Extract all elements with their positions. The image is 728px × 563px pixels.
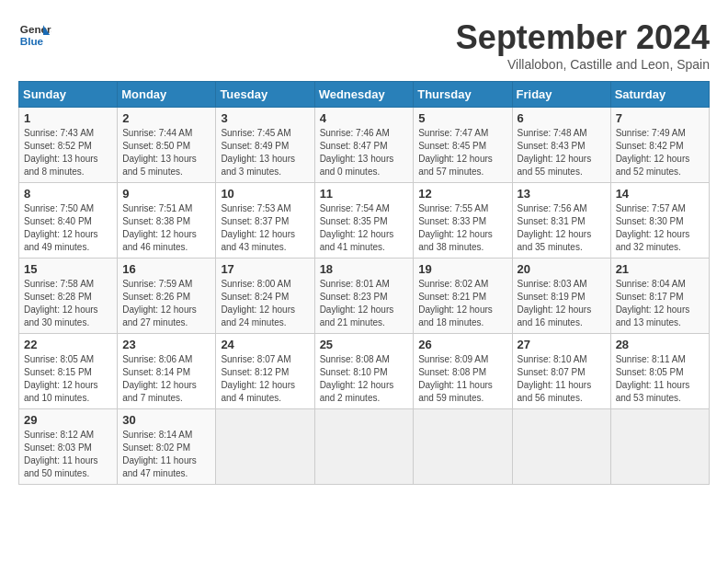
- day-of-week-row: SundayMondayTuesdayWednesdayThursdayFrid…: [19, 82, 710, 108]
- title-area: September 2024 Villalobon, Castille and …: [456, 18, 710, 72]
- logo-icon: General Blue: [18, 18, 51, 52]
- calendar-body: 1Sunrise: 7:43 AMSunset: 8:52 PMDaylight…: [19, 108, 710, 485]
- day-info: Sunrise: 7:51 AMSunset: 8:38 PMDaylight:…: [122, 202, 210, 254]
- calendar-cell: 8Sunrise: 7:50 AMSunset: 8:40 PMDaylight…: [19, 183, 118, 259]
- header: General Blue September 2024 Villalobon, …: [18, 18, 710, 72]
- calendar-cell: 30Sunrise: 8:14 AMSunset: 8:02 PMDayligh…: [118, 409, 216, 485]
- calendar-cell: 13Sunrise: 7:56 AMSunset: 8:31 PMDayligh…: [512, 183, 610, 259]
- calendar: SundayMondayTuesdayWednesdayThursdayFrid…: [18, 81, 710, 485]
- calendar-cell: 10Sunrise: 7:53 AMSunset: 8:37 PMDayligh…: [216, 183, 314, 259]
- day-number: 22: [24, 338, 112, 351]
- day-of-week-tuesday: Tuesday: [216, 82, 314, 108]
- day-of-week-monday: Monday: [118, 82, 216, 108]
- svg-text:Blue: Blue: [20, 35, 44, 47]
- day-number: 4: [320, 111, 409, 125]
- day-number: 3: [221, 111, 309, 125]
- day-info: Sunrise: 7:45 AMSunset: 8:49 PMDaylight:…: [221, 127, 309, 178]
- day-number: 14: [616, 187, 704, 201]
- day-number: 30: [122, 413, 210, 427]
- calendar-week-1: 1Sunrise: 7:43 AMSunset: 8:52 PMDaylight…: [19, 108, 710, 183]
- day-number: 2: [122, 111, 210, 125]
- calendar-cell: 18Sunrise: 8:01 AMSunset: 8:23 PMDayligh…: [314, 259, 414, 334]
- day-info: Sunrise: 7:50 AMSunset: 8:40 PMDaylight:…: [24, 202, 112, 254]
- calendar-header: SundayMondayTuesdayWednesdayThursdayFrid…: [19, 82, 710, 108]
- day-number: 1: [24, 111, 112, 125]
- day-info: Sunrise: 8:08 AMSunset: 8:10 PMDaylight:…: [320, 353, 409, 405]
- calendar-cell: 19Sunrise: 8:02 AMSunset: 8:21 PMDayligh…: [414, 259, 512, 334]
- calendar-cell: 7Sunrise: 7:49 AMSunset: 8:42 PMDaylight…: [610, 108, 709, 183]
- day-info: Sunrise: 7:57 AMSunset: 8:30 PMDaylight:…: [616, 202, 704, 254]
- day-info: Sunrise: 8:00 AMSunset: 8:24 PMDaylight:…: [221, 278, 309, 329]
- calendar-week-3: 15Sunrise: 7:58 AMSunset: 8:28 PMDayligh…: [19, 259, 710, 334]
- day-number: 10: [221, 187, 309, 201]
- day-info: Sunrise: 8:06 AMSunset: 8:14 PMDaylight:…: [122, 353, 210, 405]
- day-info: Sunrise: 8:07 AMSunset: 8:12 PMDaylight:…: [221, 353, 309, 405]
- day-number: 26: [418, 338, 506, 351]
- calendar-cell: [414, 409, 512, 485]
- day-of-week-thursday: Thursday: [414, 82, 512, 108]
- calendar-cell: 24Sunrise: 8:07 AMSunset: 8:12 PMDayligh…: [216, 334, 314, 409]
- day-number: 8: [24, 187, 112, 201]
- logo: General Blue: [18, 18, 51, 52]
- day-number: 6: [518, 111, 606, 125]
- calendar-cell: 20Sunrise: 8:03 AMSunset: 8:19 PMDayligh…: [512, 259, 610, 334]
- day-number: 18: [320, 262, 409, 276]
- day-number: 29: [24, 413, 112, 427]
- calendar-cell: 11Sunrise: 7:54 AMSunset: 8:35 PMDayligh…: [314, 183, 414, 259]
- day-info: Sunrise: 8:12 AMSunset: 8:03 PMDaylight:…: [24, 429, 112, 480]
- day-info: Sunrise: 7:44 AMSunset: 8:50 PMDaylight:…: [122, 127, 210, 178]
- day-number: 23: [122, 338, 210, 351]
- day-info: Sunrise: 8:14 AMSunset: 8:02 PMDaylight:…: [122, 429, 210, 480]
- day-info: Sunrise: 8:04 AMSunset: 8:17 PMDaylight:…: [616, 278, 704, 329]
- day-info: Sunrise: 8:10 AMSunset: 8:07 PMDaylight:…: [518, 353, 606, 405]
- calendar-week-5: 29Sunrise: 8:12 AMSunset: 8:03 PMDayligh…: [19, 409, 710, 485]
- day-info: Sunrise: 8:01 AMSunset: 8:23 PMDaylight:…: [320, 278, 409, 329]
- calendar-cell: [512, 409, 610, 485]
- calendar-cell: 17Sunrise: 8:00 AMSunset: 8:24 PMDayligh…: [216, 259, 314, 334]
- calendar-cell: 6Sunrise: 7:48 AMSunset: 8:43 PMDaylight…: [512, 108, 610, 183]
- calendar-cell: 23Sunrise: 8:06 AMSunset: 8:14 PMDayligh…: [118, 334, 216, 409]
- day-number: 28: [616, 338, 704, 351]
- day-info: Sunrise: 7:46 AMSunset: 8:47 PMDaylight:…: [320, 127, 409, 178]
- day-info: Sunrise: 7:55 AMSunset: 8:33 PMDaylight:…: [418, 202, 506, 254]
- calendar-cell: 3Sunrise: 7:45 AMSunset: 8:49 PMDaylight…: [216, 108, 314, 183]
- day-number: 11: [320, 187, 409, 201]
- calendar-week-4: 22Sunrise: 8:05 AMSunset: 8:15 PMDayligh…: [19, 334, 710, 409]
- calendar-cell: 5Sunrise: 7:47 AMSunset: 8:45 PMDaylight…: [414, 108, 512, 183]
- calendar-cell: 14Sunrise: 7:57 AMSunset: 8:30 PMDayligh…: [610, 183, 709, 259]
- calendar-cell: 21Sunrise: 8:04 AMSunset: 8:17 PMDayligh…: [610, 259, 709, 334]
- location: Villalobon, Castille and Leon, Spain: [456, 57, 710, 72]
- calendar-cell: 1Sunrise: 7:43 AMSunset: 8:52 PMDaylight…: [19, 108, 118, 183]
- month-title: September 2024: [456, 18, 710, 57]
- day-of-week-saturday: Saturday: [610, 82, 709, 108]
- day-info: Sunrise: 7:43 AMSunset: 8:52 PMDaylight:…: [24, 127, 112, 178]
- calendar-cell: 12Sunrise: 7:55 AMSunset: 8:33 PMDayligh…: [414, 183, 512, 259]
- day-of-week-friday: Friday: [512, 82, 610, 108]
- day-number: 13: [518, 187, 606, 201]
- calendar-cell: 26Sunrise: 8:09 AMSunset: 8:08 PMDayligh…: [414, 334, 512, 409]
- day-number: 5: [418, 111, 506, 125]
- calendar-cell: 28Sunrise: 8:11 AMSunset: 8:05 PMDayligh…: [610, 334, 709, 409]
- day-info: Sunrise: 7:54 AMSunset: 8:35 PMDaylight:…: [320, 202, 409, 254]
- day-number: 27: [518, 338, 606, 351]
- calendar-cell: 16Sunrise: 7:59 AMSunset: 8:26 PMDayligh…: [118, 259, 216, 334]
- calendar-cell: 2Sunrise: 7:44 AMSunset: 8:50 PMDaylight…: [118, 108, 216, 183]
- day-info: Sunrise: 7:58 AMSunset: 8:28 PMDaylight:…: [24, 278, 112, 329]
- day-info: Sunrise: 8:05 AMSunset: 8:15 PMDaylight:…: [24, 353, 112, 405]
- day-number: 19: [418, 262, 506, 276]
- day-info: Sunrise: 8:11 AMSunset: 8:05 PMDaylight:…: [616, 353, 704, 405]
- calendar-cell: 25Sunrise: 8:08 AMSunset: 8:10 PMDayligh…: [314, 334, 414, 409]
- day-number: 9: [122, 187, 210, 201]
- calendar-cell: [610, 409, 709, 485]
- day-info: Sunrise: 7:47 AMSunset: 8:45 PMDaylight:…: [418, 127, 506, 178]
- day-info: Sunrise: 7:59 AMSunset: 8:26 PMDaylight:…: [122, 278, 210, 329]
- day-info: Sunrise: 7:49 AMSunset: 8:42 PMDaylight:…: [616, 127, 704, 178]
- day-number: 25: [320, 338, 409, 351]
- calendar-cell: 4Sunrise: 7:46 AMSunset: 8:47 PMDaylight…: [314, 108, 414, 183]
- day-number: 7: [616, 111, 704, 125]
- calendar-cell: 27Sunrise: 8:10 AMSunset: 8:07 PMDayligh…: [512, 334, 610, 409]
- calendar-cell: [314, 409, 414, 485]
- calendar-cell: 15Sunrise: 7:58 AMSunset: 8:28 PMDayligh…: [19, 259, 118, 334]
- day-info: Sunrise: 8:09 AMSunset: 8:08 PMDaylight:…: [418, 353, 506, 405]
- calendar-cell: 9Sunrise: 7:51 AMSunset: 8:38 PMDaylight…: [118, 183, 216, 259]
